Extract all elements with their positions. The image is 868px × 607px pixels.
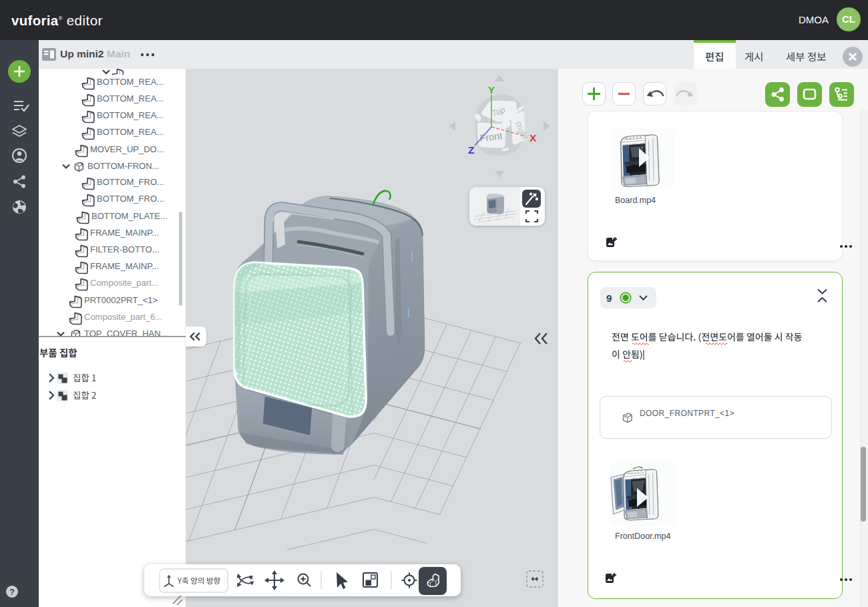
svg-text:?: ? [9,588,15,597]
svg-text:DOOR_FRONTPRT_<1>: DOOR_FRONTPRT_<1> [640,409,734,418]
svg-text:9: 9 [606,292,612,304]
svg-text:X: X [529,132,537,144]
svg-text:Y: Y [488,84,495,95]
svg-text:Z: Z [468,144,475,156]
